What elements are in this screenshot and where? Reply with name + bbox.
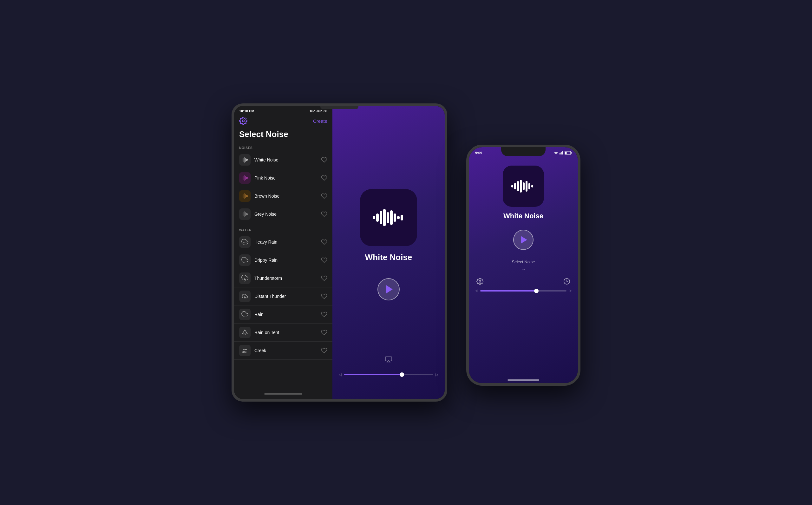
- svg-rect-66: [523, 182, 525, 190]
- svg-rect-18: [244, 193, 245, 199]
- svg-rect-5: [245, 158, 246, 162]
- creek-label: Creek: [254, 348, 321, 353]
- battery-icon: [565, 151, 572, 155]
- iphone-vol-fill: [480, 290, 536, 292]
- svg-rect-14: [247, 177, 248, 179]
- heart-icon[interactable]: [321, 211, 327, 217]
- creek-icon-box: [239, 345, 250, 356]
- heart-icon[interactable]: [321, 293, 327, 300]
- iphone-home-indicator: [508, 379, 539, 381]
- svg-rect-50: [394, 213, 396, 222]
- iphone-toolbar: [469, 278, 578, 285]
- pink-noise-label: Pink Noise: [254, 175, 321, 180]
- ipad-time: 10:10 PM: [239, 109, 254, 113]
- list-item[interactable]: Drippy Rain: [234, 251, 333, 269]
- svg-rect-22: [242, 213, 242, 215]
- svg-rect-68: [529, 183, 530, 189]
- brown-noise-label: Brown Noise: [254, 193, 321, 199]
- distant-thunder-label: Distant Thunder: [254, 294, 321, 299]
- svg-point-54: [556, 154, 556, 155]
- ipad-right-panel: White Noise ◁: [333, 106, 445, 399]
- iphone-clock-icon[interactable]: [563, 278, 570, 285]
- list-item[interactable]: Distant Thunder: [234, 287, 333, 306]
- pink-noise-icon-box: [239, 172, 250, 184]
- heart-icon[interactable]: [321, 275, 327, 281]
- iphone-device: 9:09: [466, 145, 580, 386]
- list-item[interactable]: Brown Noise: [234, 187, 333, 205]
- heart-icon[interactable]: [321, 193, 327, 199]
- iphone-noise-title: White Noise: [503, 212, 543, 220]
- heart-icon[interactable]: [321, 175, 327, 181]
- thunderstorm-icon-box: [239, 273, 250, 284]
- volume-low-icon: ◁: [339, 372, 342, 377]
- ipad-bottom-bar: [234, 389, 333, 399]
- iphone-vol-thumb[interactable]: [534, 289, 539, 293]
- signal-icon: [560, 151, 563, 155]
- svg-rect-57: [562, 152, 562, 155]
- svg-rect-7: [247, 159, 248, 161]
- svg-rect-44: [373, 216, 375, 219]
- iphone-notch: [501, 147, 546, 156]
- ipad-header: Create: [234, 115, 333, 128]
- volume-fill: [344, 374, 402, 375]
- create-button[interactable]: Create: [313, 118, 327, 124]
- brown-noise-icon-box: [239, 190, 250, 202]
- settings-icon[interactable]: [239, 117, 247, 125]
- svg-rect-61: [565, 152, 567, 154]
- list-item[interactable]: Pink Noise: [234, 169, 333, 187]
- volume-thumb[interactable]: [400, 372, 404, 377]
- list-item[interactable]: Creek: [234, 342, 333, 360]
- svg-rect-45: [376, 213, 379, 222]
- scene: 10:10 PM Tue Jun 30 Create Select Noise: [232, 104, 580, 401]
- iphone-play-button[interactable]: [513, 230, 534, 250]
- list-item[interactable]: Rain on Tent: [234, 324, 333, 342]
- volume-track[interactable]: [344, 374, 433, 375]
- white-noise-icon-box: [239, 154, 250, 166]
- iphone-chevron-icon[interactable]: ⌄: [522, 266, 526, 272]
- svg-rect-12: [245, 176, 246, 180]
- drippy-rain-label: Drippy Rain: [254, 258, 321, 263]
- svg-rect-16: [243, 194, 243, 198]
- ipad-device: 10:10 PM Tue Jun 30 Create Select Noise: [232, 104, 447, 401]
- play-button[interactable]: [377, 278, 400, 300]
- svg-rect-19: [245, 194, 246, 198]
- heart-icon[interactable]: [321, 311, 327, 318]
- heavy-rain-icon-box: [239, 236, 250, 248]
- iphone-time: 9:09: [475, 151, 482, 155]
- heart-icon[interactable]: [321, 329, 327, 336]
- iphone-settings-icon[interactable]: [476, 278, 483, 285]
- heart-icon[interactable]: [321, 257, 327, 263]
- iphone-app-icon: [503, 166, 544, 207]
- rain-on-tent-icon-box: [239, 327, 250, 338]
- heart-icon[interactable]: [321, 239, 327, 245]
- distant-thunder-icon-box: [239, 291, 250, 302]
- svg-rect-64: [517, 181, 519, 191]
- list-item[interactable]: Grey Noise: [234, 205, 333, 223]
- svg-rect-2: [243, 158, 243, 161]
- svg-rect-20: [246, 195, 247, 197]
- svg-rect-25: [244, 211, 245, 217]
- list-item[interactable]: Thunderstorm: [234, 269, 333, 287]
- svg-rect-21: [247, 195, 248, 197]
- svg-point-0: [242, 120, 244, 122]
- list-item[interactable]: Rain: [234, 306, 333, 324]
- svg-rect-56: [561, 153, 561, 155]
- drippy-rain-icon-box: [239, 255, 250, 266]
- svg-rect-49: [390, 210, 393, 225]
- list-item[interactable]: Heavy Rain: [234, 233, 333, 251]
- heart-icon[interactable]: [321, 347, 327, 354]
- svg-rect-9: [243, 176, 243, 180]
- list-item[interactable]: White Noise: [234, 151, 333, 169]
- svg-rect-6: [246, 159, 247, 161]
- rain-label: Rain: [254, 312, 321, 317]
- iphone-volume-control: ◁ ▷: [469, 289, 578, 293]
- player-noise-title: White Noise: [365, 252, 412, 262]
- svg-marker-53: [387, 360, 390, 362]
- ipad-screen: 10:10 PM Tue Jun 30 Create Select Noise: [234, 106, 445, 399]
- svg-rect-60: [571, 152, 572, 154]
- airplay-icon[interactable]: [385, 356, 392, 364]
- heart-icon[interactable]: [321, 157, 327, 163]
- white-noise-label: White Noise: [254, 157, 321, 162]
- iphone-vol-track[interactable]: [480, 290, 567, 292]
- svg-rect-4: [244, 157, 245, 163]
